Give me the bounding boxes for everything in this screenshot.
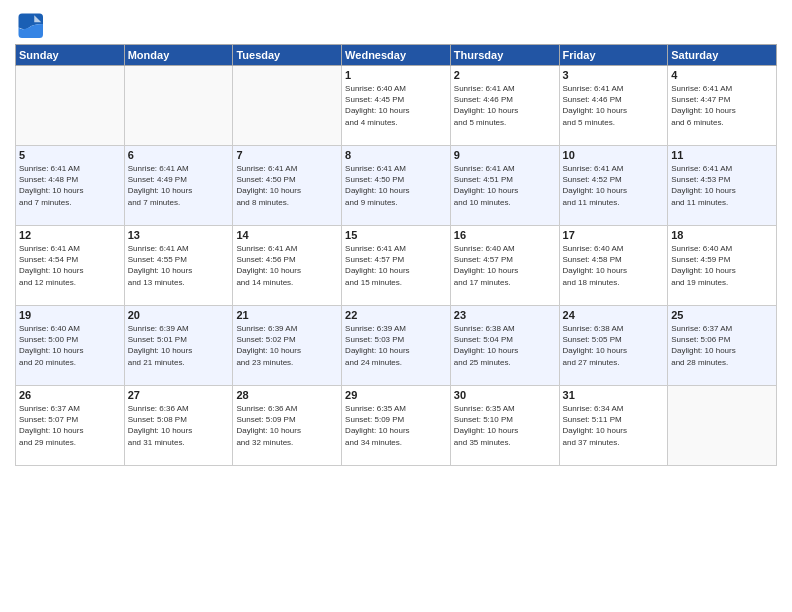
header (15, 10, 777, 38)
day-number: 23 (454, 309, 556, 321)
calendar-cell: 13Sunrise: 6:41 AM Sunset: 4:55 PM Dayli… (124, 226, 233, 306)
day-info: Sunrise: 6:38 AM Sunset: 5:04 PM Dayligh… (454, 323, 556, 368)
day-info: Sunrise: 6:41 AM Sunset: 4:53 PM Dayligh… (671, 163, 773, 208)
calendar-cell (668, 386, 777, 466)
calendar-cell: 6Sunrise: 6:41 AM Sunset: 4:49 PM Daylig… (124, 146, 233, 226)
week-row-3: 12Sunrise: 6:41 AM Sunset: 4:54 PM Dayli… (16, 226, 777, 306)
day-number: 20 (128, 309, 230, 321)
day-number: 11 (671, 149, 773, 161)
day-info: Sunrise: 6:41 AM Sunset: 4:50 PM Dayligh… (345, 163, 447, 208)
day-info: Sunrise: 6:37 AM Sunset: 5:07 PM Dayligh… (19, 403, 121, 448)
weekday-header-row: SundayMondayTuesdayWednesdayThursdayFrid… (16, 45, 777, 66)
day-number: 17 (563, 229, 665, 241)
day-info: Sunrise: 6:41 AM Sunset: 4:49 PM Dayligh… (128, 163, 230, 208)
day-number: 15 (345, 229, 447, 241)
day-number: 3 (563, 69, 665, 81)
week-row-4: 19Sunrise: 6:40 AM Sunset: 5:00 PM Dayli… (16, 306, 777, 386)
calendar-cell: 15Sunrise: 6:41 AM Sunset: 4:57 PM Dayli… (342, 226, 451, 306)
day-number: 12 (19, 229, 121, 241)
calendar-table: SundayMondayTuesdayWednesdayThursdayFrid… (15, 44, 777, 466)
day-info: Sunrise: 6:41 AM Sunset: 4:54 PM Dayligh… (19, 243, 121, 288)
day-info: Sunrise: 6:40 AM Sunset: 4:58 PM Dayligh… (563, 243, 665, 288)
weekday-header-thursday: Thursday (450, 45, 559, 66)
day-number: 24 (563, 309, 665, 321)
calendar-cell: 28Sunrise: 6:36 AM Sunset: 5:09 PM Dayli… (233, 386, 342, 466)
calendar-cell: 3Sunrise: 6:41 AM Sunset: 4:46 PM Daylig… (559, 66, 668, 146)
calendar-cell: 11Sunrise: 6:41 AM Sunset: 4:53 PM Dayli… (668, 146, 777, 226)
calendar-cell (233, 66, 342, 146)
day-info: Sunrise: 6:36 AM Sunset: 5:09 PM Dayligh… (236, 403, 338, 448)
day-number: 30 (454, 389, 556, 401)
calendar-cell: 12Sunrise: 6:41 AM Sunset: 4:54 PM Dayli… (16, 226, 125, 306)
calendar-cell: 4Sunrise: 6:41 AM Sunset: 4:47 PM Daylig… (668, 66, 777, 146)
day-info: Sunrise: 6:37 AM Sunset: 5:06 PM Dayligh… (671, 323, 773, 368)
day-number: 6 (128, 149, 230, 161)
calendar-cell: 16Sunrise: 6:40 AM Sunset: 4:57 PM Dayli… (450, 226, 559, 306)
day-info: Sunrise: 6:40 AM Sunset: 4:59 PM Dayligh… (671, 243, 773, 288)
day-info: Sunrise: 6:38 AM Sunset: 5:05 PM Dayligh… (563, 323, 665, 368)
day-info: Sunrise: 6:41 AM Sunset: 4:46 PM Dayligh… (454, 83, 556, 128)
calendar-cell: 20Sunrise: 6:39 AM Sunset: 5:01 PM Dayli… (124, 306, 233, 386)
logo-icon (15, 10, 43, 38)
week-row-2: 5Sunrise: 6:41 AM Sunset: 4:48 PM Daylig… (16, 146, 777, 226)
calendar-cell: 22Sunrise: 6:39 AM Sunset: 5:03 PM Dayli… (342, 306, 451, 386)
day-number: 1 (345, 69, 447, 81)
page: SundayMondayTuesdayWednesdayThursdayFrid… (0, 0, 792, 612)
weekday-header-tuesday: Tuesday (233, 45, 342, 66)
day-number: 7 (236, 149, 338, 161)
calendar-cell: 17Sunrise: 6:40 AM Sunset: 4:58 PM Dayli… (559, 226, 668, 306)
day-info: Sunrise: 6:41 AM Sunset: 4:51 PM Dayligh… (454, 163, 556, 208)
day-number: 14 (236, 229, 338, 241)
calendar-cell: 27Sunrise: 6:36 AM Sunset: 5:08 PM Dayli… (124, 386, 233, 466)
calendar-cell: 8Sunrise: 6:41 AM Sunset: 4:50 PM Daylig… (342, 146, 451, 226)
calendar-cell: 21Sunrise: 6:39 AM Sunset: 5:02 PM Dayli… (233, 306, 342, 386)
day-info: Sunrise: 6:41 AM Sunset: 4:47 PM Dayligh… (671, 83, 773, 128)
day-info: Sunrise: 6:41 AM Sunset: 4:56 PM Dayligh… (236, 243, 338, 288)
day-info: Sunrise: 6:41 AM Sunset: 4:55 PM Dayligh… (128, 243, 230, 288)
day-info: Sunrise: 6:40 AM Sunset: 4:45 PM Dayligh… (345, 83, 447, 128)
day-info: Sunrise: 6:35 AM Sunset: 5:10 PM Dayligh… (454, 403, 556, 448)
day-info: Sunrise: 6:40 AM Sunset: 4:57 PM Dayligh… (454, 243, 556, 288)
calendar-cell: 7Sunrise: 6:41 AM Sunset: 4:50 PM Daylig… (233, 146, 342, 226)
calendar-cell: 26Sunrise: 6:37 AM Sunset: 5:07 PM Dayli… (16, 386, 125, 466)
day-number: 4 (671, 69, 773, 81)
day-info: Sunrise: 6:39 AM Sunset: 5:03 PM Dayligh… (345, 323, 447, 368)
calendar-cell: 2Sunrise: 6:41 AM Sunset: 4:46 PM Daylig… (450, 66, 559, 146)
day-number: 8 (345, 149, 447, 161)
day-info: Sunrise: 6:34 AM Sunset: 5:11 PM Dayligh… (563, 403, 665, 448)
weekday-header-saturday: Saturday (668, 45, 777, 66)
calendar-cell: 30Sunrise: 6:35 AM Sunset: 5:10 PM Dayli… (450, 386, 559, 466)
day-info: Sunrise: 6:39 AM Sunset: 5:02 PM Dayligh… (236, 323, 338, 368)
calendar-cell: 19Sunrise: 6:40 AM Sunset: 5:00 PM Dayli… (16, 306, 125, 386)
day-number: 29 (345, 389, 447, 401)
day-number: 26 (19, 389, 121, 401)
day-number: 2 (454, 69, 556, 81)
day-number: 5 (19, 149, 121, 161)
calendar-cell (16, 66, 125, 146)
day-number: 21 (236, 309, 338, 321)
calendar-cell (124, 66, 233, 146)
day-number: 28 (236, 389, 338, 401)
day-info: Sunrise: 6:39 AM Sunset: 5:01 PM Dayligh… (128, 323, 230, 368)
weekday-header-friday: Friday (559, 45, 668, 66)
logo (15, 10, 47, 38)
day-number: 13 (128, 229, 230, 241)
day-info: Sunrise: 6:36 AM Sunset: 5:08 PM Dayligh… (128, 403, 230, 448)
day-info: Sunrise: 6:40 AM Sunset: 5:00 PM Dayligh… (19, 323, 121, 368)
day-number: 22 (345, 309, 447, 321)
calendar-cell: 23Sunrise: 6:38 AM Sunset: 5:04 PM Dayli… (450, 306, 559, 386)
weekday-header-monday: Monday (124, 45, 233, 66)
day-number: 25 (671, 309, 773, 321)
calendar-cell: 14Sunrise: 6:41 AM Sunset: 4:56 PM Dayli… (233, 226, 342, 306)
day-number: 18 (671, 229, 773, 241)
day-number: 31 (563, 389, 665, 401)
weekday-header-sunday: Sunday (16, 45, 125, 66)
day-info: Sunrise: 6:41 AM Sunset: 4:50 PM Dayligh… (236, 163, 338, 208)
calendar-cell: 5Sunrise: 6:41 AM Sunset: 4:48 PM Daylig… (16, 146, 125, 226)
day-info: Sunrise: 6:41 AM Sunset: 4:46 PM Dayligh… (563, 83, 665, 128)
day-info: Sunrise: 6:41 AM Sunset: 4:48 PM Dayligh… (19, 163, 121, 208)
calendar-cell: 31Sunrise: 6:34 AM Sunset: 5:11 PM Dayli… (559, 386, 668, 466)
day-number: 9 (454, 149, 556, 161)
calendar-cell: 10Sunrise: 6:41 AM Sunset: 4:52 PM Dayli… (559, 146, 668, 226)
weekday-header-wednesday: Wednesday (342, 45, 451, 66)
